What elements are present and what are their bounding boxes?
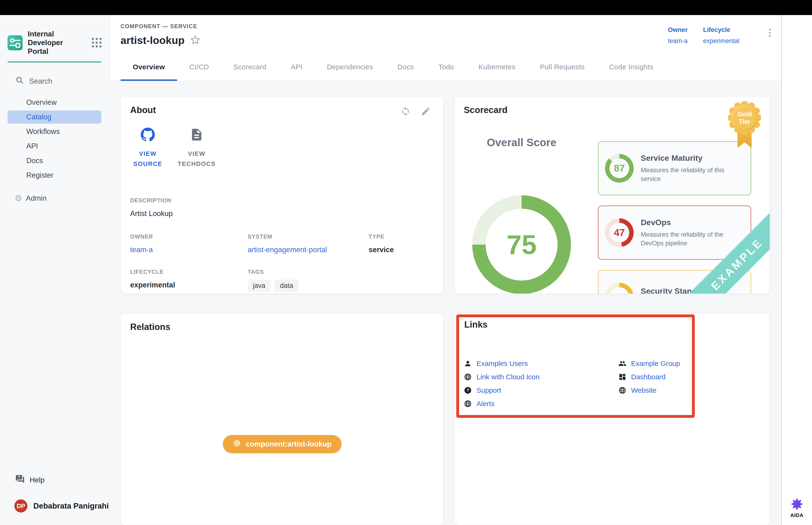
user-menu[interactable]: DP Debabrata Panigrahi bbox=[13, 498, 109, 514]
links-list: Examples Users Link with Cloud Icon bbox=[464, 357, 680, 410]
tab-api[interactable]: API bbox=[279, 53, 315, 81]
link-examples-users[interactable]: Examples Users bbox=[464, 357, 618, 370]
scorecard-card: Scorecard Overall Score 75 87 Service Ma… bbox=[454, 96, 770, 294]
portal-title: Internal Developer Portal bbox=[28, 30, 82, 56]
tab-overview[interactable]: Overview bbox=[121, 53, 177, 81]
help-circle-icon: ? bbox=[464, 386, 472, 394]
page-header: COMPONENT — SERVICE artist-lookup Owner … bbox=[110, 15, 781, 53]
search-label: Search bbox=[29, 77, 52, 86]
github-icon bbox=[141, 127, 155, 142]
tab-code-insights[interactable]: Code Insights bbox=[597, 53, 665, 81]
owner-link[interactable]: team-a bbox=[130, 245, 248, 254]
overall-score-gauge: 75 bbox=[472, 195, 571, 294]
tab-docs[interactable]: Docs bbox=[385, 53, 426, 81]
metric-devops[interactable]: 47 DevOps Measures the reliability of th… bbox=[598, 206, 751, 260]
system-link[interactable]: artist-engagement-portal bbox=[248, 245, 369, 254]
sidebar-nav: Overview Catalog Workflows API Docs Regi… bbox=[0, 96, 109, 183]
aida-label: AIDA bbox=[791, 512, 803, 519]
edit-pencil-icon[interactable] bbox=[421, 106, 431, 117]
aida-flower-icon bbox=[791, 498, 803, 510]
kebab-menu-icon[interactable] bbox=[769, 26, 771, 53]
about-system-field: SYSTEM artist-engagement-portal bbox=[248, 234, 369, 254]
sidebar-help[interactable]: ? Help bbox=[15, 474, 109, 486]
sidebar-item-workflows[interactable]: Workflows bbox=[7, 125, 101, 138]
sidebar-item-catalog[interactable]: Catalog bbox=[7, 110, 101, 124]
page-title: artist-lookup bbox=[121, 34, 185, 46]
metric-gauge: 47 bbox=[605, 218, 634, 247]
link-dashboard[interactable]: Dashboard bbox=[618, 370, 680, 384]
right-gutter: AIDA bbox=[781, 15, 812, 525]
link-website[interactable]: Website bbox=[618, 384, 680, 397]
apps-grid-icon[interactable] bbox=[92, 38, 102, 47]
view-techdocs-link[interactable]: VIEW TECHDOCS bbox=[179, 127, 214, 169]
tag-chip[interactable]: java bbox=[248, 280, 271, 292]
top-black-bar bbox=[0, 0, 812, 15]
sidebar: Internal Developer Portal Search Overvie… bbox=[0, 15, 110, 525]
sidebar-item-admin[interactable]: ⚙ Admin bbox=[15, 194, 109, 202]
link-with-cloud-icon[interactable]: Link with Cloud Icon bbox=[464, 370, 618, 384]
globe-icon bbox=[618, 386, 626, 394]
sidebar-item-register[interactable]: Register bbox=[7, 169, 101, 182]
links-title: Links bbox=[464, 320, 488, 330]
content-area: About bbox=[110, 81, 781, 525]
user-name: Debabrata Panigrahi bbox=[33, 501, 109, 510]
document-icon bbox=[189, 127, 204, 142]
help-chat-icon: ? bbox=[15, 474, 25, 486]
about-title: About bbox=[130, 105, 156, 115]
scorecard-title: Scorecard bbox=[464, 105, 507, 115]
about-lifecycle-field: LIFECYCLE experimental bbox=[130, 269, 248, 292]
link-support[interactable]: ? Support bbox=[464, 384, 618, 397]
metric-gauge: 74 bbox=[605, 283, 634, 294]
portal-logo-icon bbox=[7, 35, 22, 50]
sidebar-item-docs[interactable]: Docs bbox=[7, 154, 101, 167]
link-alerts[interactable]: Alerts bbox=[464, 397, 618, 410]
aida-widget[interactable]: AIDA bbox=[791, 498, 803, 519]
chip-icon bbox=[233, 439, 241, 449]
header-lifecycle[interactable]: Lifecycle experimental bbox=[703, 26, 739, 53]
about-tags-field: TAGS java data bbox=[248, 269, 369, 292]
breadcrumb: COMPONENT — SERVICE bbox=[121, 23, 200, 30]
tab-cicd[interactable]: CI/CD bbox=[177, 53, 221, 81]
tab-scorecard[interactable]: Scorecard bbox=[221, 53, 278, 81]
metric-gauge: 87 bbox=[605, 154, 634, 183]
refresh-icon[interactable] bbox=[401, 106, 411, 117]
tab-kubernetes[interactable]: Kubernetes bbox=[466, 53, 527, 81]
gold-tier-badge: Gold Tier bbox=[728, 101, 761, 151]
svg-text:Tier: Tier bbox=[739, 118, 750, 125]
sidebar-accent-rule bbox=[7, 61, 101, 62]
sidebar-search[interactable]: Search bbox=[16, 76, 109, 87]
tab-pull-requests[interactable]: Pull Requests bbox=[528, 53, 597, 81]
tab-todo[interactable]: Todo bbox=[426, 53, 466, 81]
overall-score-label: Overall Score bbox=[472, 136, 571, 149]
sidebar-item-api[interactable]: API bbox=[7, 139, 101, 153]
gear-icon: ⚙ bbox=[15, 194, 22, 202]
sidebar-item-overview[interactable]: Overview bbox=[7, 96, 101, 109]
tag-chip[interactable]: data bbox=[275, 280, 298, 292]
globe-icon bbox=[464, 373, 472, 381]
svg-text:?: ? bbox=[466, 388, 469, 393]
tab-bar: Overview CI/CD Scorecard API Dependencie… bbox=[110, 53, 781, 81]
svg-text:Gold: Gold bbox=[737, 111, 752, 118]
about-type-field: TYPE service bbox=[369, 234, 434, 254]
relations-card: Relations component:artist-lookup bbox=[121, 313, 444, 525]
about-owner-field: OWNER team-a bbox=[130, 234, 248, 254]
svg-text:?: ? bbox=[18, 475, 20, 479]
description-label: DESCRIPTION bbox=[130, 197, 434, 204]
tab-dependencies[interactable]: Dependencies bbox=[315, 53, 385, 81]
view-source-link[interactable]: VIEW SOURCE bbox=[130, 127, 165, 169]
search-icon bbox=[16, 76, 24, 87]
links-card: Links Examples Users bbox=[454, 313, 770, 525]
globe-icon bbox=[464, 400, 472, 408]
avatar: DP bbox=[13, 498, 29, 514]
star-icon[interactable] bbox=[190, 35, 200, 46]
about-card: About bbox=[121, 96, 444, 294]
relations-title: Relations bbox=[130, 322, 434, 332]
relation-node-component[interactable]: component:artist-lookup bbox=[223, 435, 341, 453]
group-icon bbox=[618, 360, 626, 368]
header-owner[interactable]: Owner team-a bbox=[668, 26, 688, 53]
main-area: COMPONENT — SERVICE artist-lookup Owner … bbox=[110, 15, 781, 525]
description-value: Artist Lookup bbox=[130, 209, 434, 218]
link-example-group[interactable]: Example Group bbox=[618, 357, 680, 370]
user-icon bbox=[464, 360, 472, 368]
dashboard-icon bbox=[618, 373, 626, 381]
